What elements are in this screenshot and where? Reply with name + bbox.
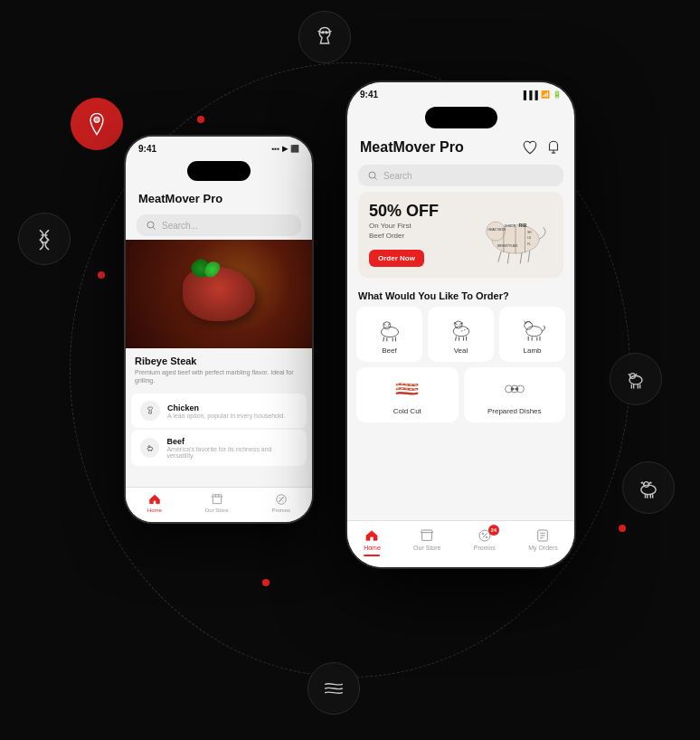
back-hero-image xyxy=(126,240,312,348)
back-dynamic-island xyxy=(187,161,251,181)
promo-diagram: HEAD NECK CHUCK RIB BRISKET PLATE SH LO … xyxy=(475,204,556,267)
dishes-category-icon xyxy=(500,375,529,403)
chicken-icon xyxy=(140,401,160,421)
svg-line-18 xyxy=(153,227,155,229)
section-title: What Would You Like To Order? xyxy=(347,283,574,307)
lamb-category-icon xyxy=(518,314,547,343)
front-nav-promos-label: Promos xyxy=(474,545,496,551)
back-nav-home-label: Home xyxy=(147,508,162,513)
front-nav-orders[interactable]: My Orders xyxy=(528,528,558,556)
front-time: 9:41 xyxy=(360,90,378,100)
front-nav-promos[interactable]: 24 Promos xyxy=(474,528,496,556)
heart-icon[interactable] xyxy=(522,139,538,156)
front-status-icons: ▐▐▐ 📶 🔋 xyxy=(521,90,562,100)
svg-text:FL: FL xyxy=(527,242,531,245)
svg-point-19 xyxy=(147,447,153,451)
svg-text:LO: LO xyxy=(527,236,532,240)
phones-wrapper: 9:41 ▪▪▪ ▶ ⬛ MeatMover Pro Search... xyxy=(124,81,576,678)
bell-icon[interactable] xyxy=(545,139,562,156)
category-lamb[interactable]: Lamb xyxy=(499,307,565,362)
main-scene: 9:41 ▪▪▪ ▶ ⬛ MeatMover Pro Search... xyxy=(0,0,700,740)
chicken-desc: A lean option, popular in every househol… xyxy=(167,413,285,419)
front-search-bar[interactable]: Search xyxy=(358,165,563,186)
back-app-header: MeatMover Pro xyxy=(126,186,312,211)
category-beef[interactable]: Beef xyxy=(356,307,422,362)
front-nav-home-label: Home xyxy=(364,545,381,551)
veal-category-icon xyxy=(447,314,476,343)
red-dot-4 xyxy=(619,525,626,532)
svg-point-71 xyxy=(482,533,484,535)
veal-category-label: Veal xyxy=(454,346,468,355)
beef-desc: America's favorite for its richness and … xyxy=(166,446,298,459)
home-icon xyxy=(364,528,379,543)
front-nav-home[interactable]: Home xyxy=(364,528,381,556)
svg-line-48 xyxy=(383,337,383,342)
svg-text:NECK: NECK xyxy=(497,227,506,231)
promo-text: 50% OFF On Your First Beef Order Order N… xyxy=(369,203,439,267)
category-dishes[interactable]: Prepared Dishes xyxy=(464,367,566,422)
back-search-icon xyxy=(146,220,156,231)
phone-front-screen: 9:41 ▐▐▐ 📶 🔋 MeatMover Pro xyxy=(347,82,574,567)
svg-point-5 xyxy=(629,376,642,384)
front-bottom-nav: Home Our Store 24 Promos My Orders xyxy=(347,520,574,567)
svg-line-30 xyxy=(498,251,502,261)
phone-back-screen: 9:41 ▪▪▪ ▶ ⬛ MeatMover Pro Search... xyxy=(126,137,312,522)
promo-discount: 50% OFF xyxy=(369,203,439,219)
svg-text:PLATE: PLATE xyxy=(509,244,517,248)
back-nav-home[interactable]: Home xyxy=(147,493,162,513)
back-app-title: MeatMover Pro xyxy=(138,192,222,205)
svg-point-53 xyxy=(454,321,461,328)
category-veal[interactable]: Veal xyxy=(428,307,494,362)
phone-front: 9:41 ▐▐▐ 📶 🔋 MeatMover Pro xyxy=(345,81,576,569)
svg-point-69 xyxy=(516,388,517,390)
category-grid-row2: Cold Cut xyxy=(347,362,574,428)
back-nav-promos-label: Promos xyxy=(271,508,290,513)
promos-badge: 24 xyxy=(488,525,499,536)
back-nav-store[interactable]: Our Store xyxy=(205,493,229,513)
back-time: 9:41 xyxy=(138,144,156,154)
front-header-icons xyxy=(522,139,562,156)
svg-point-68 xyxy=(511,388,513,390)
promo-subtitle: On Your First Beef Order xyxy=(369,221,439,241)
order-now-button[interactable]: Order Now xyxy=(369,250,424,267)
svg-point-20 xyxy=(148,446,150,448)
list-item-chicken-text: Chicken A lean option, popular in every … xyxy=(167,403,285,419)
store-icon xyxy=(420,528,434,543)
front-app-title: MeatMover Pro xyxy=(360,139,464,156)
promo-banner: 50% OFF On Your First Beef Order Order N… xyxy=(358,192,563,278)
svg-line-54 xyxy=(455,337,456,341)
phone-back: 9:41 ▪▪▪ ▶ ⬛ MeatMover Pro Search... xyxy=(124,135,314,524)
beef-icon xyxy=(140,438,159,458)
back-bottom-nav: Home Our Store Promos xyxy=(126,487,312,522)
list-item-beef[interactable]: Beef America's favorite for its richness… xyxy=(131,430,307,466)
orders-icon xyxy=(535,528,550,543)
svg-point-26 xyxy=(369,172,375,178)
beef-name: Beef xyxy=(166,437,298,446)
beef-category-icon xyxy=(375,314,404,343)
category-grid-row1: Beef xyxy=(347,307,574,362)
front-nav-store[interactable]: Our Store xyxy=(413,528,440,556)
back-nav-store-label: Our Store xyxy=(205,508,229,513)
svg-point-47 xyxy=(383,322,390,329)
svg-point-58 xyxy=(525,327,542,337)
meat-visual xyxy=(183,267,255,321)
coldcut-category-icon xyxy=(393,375,421,403)
front-dynamic-island xyxy=(425,107,497,128)
back-search-bar[interactable]: Search... xyxy=(137,214,301,236)
svg-point-52 xyxy=(453,327,469,337)
svg-text:CHUCK: CHUCK xyxy=(505,224,516,228)
nav-active-indicator xyxy=(364,555,380,556)
list-item-chicken[interactable]: Chicken A lean option, popular in every … xyxy=(131,394,307,428)
cow-side-icon xyxy=(610,353,662,405)
chicken-name: Chicken xyxy=(167,403,285,413)
svg-line-27 xyxy=(374,177,376,179)
location-icon xyxy=(71,98,123,150)
back-status-bar: 9:41 ▪▪▪ ▶ ⬛ xyxy=(126,137,312,157)
goat-icon xyxy=(298,11,351,63)
back-nav-promos[interactable]: Promos xyxy=(271,493,290,513)
lamb-category-label: Lamb xyxy=(523,346,541,355)
svg-text:RIB: RIB xyxy=(519,223,527,228)
category-coldcut[interactable]: Cold Cut xyxy=(356,367,459,422)
front-status-bar: 9:41 ▐▐▐ 📶 🔋 xyxy=(347,82,574,103)
back-status-icons: ▪▪▪ ▶ ⬛ xyxy=(271,145,299,153)
